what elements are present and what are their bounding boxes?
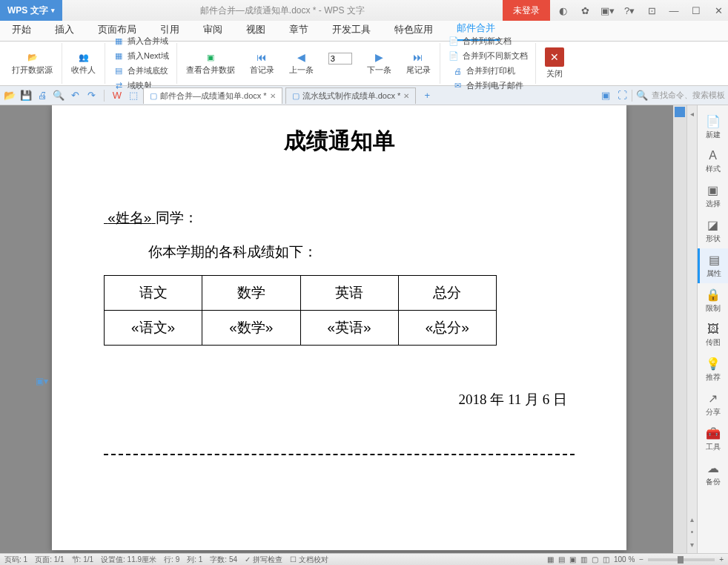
print-icon[interactable]: 🖨 — [36, 89, 49, 102]
doc-tab-right: ▣ ⛶ 🔍 查找命令、搜索模板 — [599, 89, 725, 102]
status-docproof[interactable]: ☐ 文档校对 — [290, 555, 328, 565]
side-new[interactable]: 📄新建 — [706, 110, 721, 145]
redo-icon[interactable]: ↷ — [85, 89, 98, 102]
view-mode-5-icon[interactable]: ▢ — [592, 555, 598, 564]
menu-devtools[interactable]: 开发工具 — [328, 19, 375, 41]
status-pages[interactable]: 页面: 1/1 — [35, 555, 64, 565]
status-col[interactable]: 列: 1 — [187, 555, 202, 565]
merge-diff-doc-button[interactable]: 📄合并到不同新文档 — [448, 50, 528, 62]
next-record-button[interactable]: ▶ 下一条 — [363, 44, 396, 82]
merge-email-button[interactable]: ✉合并到电子邮件 — [451, 80, 523, 92]
login-button[interactable]: 未登录 — [503, 0, 550, 21]
search-icon[interactable]: 🔍 — [635, 89, 649, 102]
merge-new-doc-button[interactable]: 📄合并到新文档 — [448, 36, 528, 47]
table-field: «总分» — [398, 311, 496, 346]
share-icon: ↗ — [708, 391, 718, 406]
status-spellcheck[interactable]: ✓ 拼写检查 — [245, 555, 282, 565]
add-tab-button[interactable]: + — [420, 89, 434, 102]
zoom-slider[interactable] — [648, 558, 715, 561]
side-image[interactable]: 🖼传图 — [706, 318, 721, 352]
undo-icon[interactable]: ↶ — [68, 89, 82, 102]
side-property[interactable]: ▤属性 — [698, 248, 728, 283]
app-logo[interactable]: WPS 文字 ▾ — [0, 0, 62, 21]
close-window-button[interactable]: ✕ — [709, 0, 728, 21]
recipients-button[interactable]: 👥 收件人 — [67, 44, 100, 82]
sync-icon[interactable]: ◐ — [553, 0, 572, 21]
zoom-in-button[interactable]: + — [719, 555, 724, 564]
maximize-button[interactable]: ☐ — [686, 0, 706, 21]
tools-icon: 🧰 — [706, 426, 721, 440]
insert-merge-field-button[interactable]: ▦插入合并域 — [113, 36, 169, 47]
vertical-scrollbar[interactable] — [673, 105, 686, 553]
open-datasource-button[interactable]: 📂 打开数据源 — [7, 44, 57, 82]
page-break-marker[interactable]: ▣▾ — [36, 376, 48, 386]
save-icon[interactable]: 💾 — [19, 89, 33, 102]
close-tab-icon[interactable]: ✕ — [270, 92, 276, 100]
side-style[interactable]: A样式 — [706, 145, 721, 179]
view-mode-1-icon[interactable]: ▦ — [547, 555, 554, 564]
wps-logo-icon[interactable]: W — [110, 89, 124, 102]
skin-icon[interactable]: ▣▾ — [598, 0, 617, 21]
view-mode-4-icon[interactable]: ▥ — [580, 555, 587, 564]
table-header: 英语 — [300, 276, 398, 311]
first-record-button[interactable]: ⏮ 首记录 — [245, 44, 279, 82]
preview-icon[interactable]: 🔍 — [52, 89, 65, 102]
side-select[interactable]: ▣选择 — [706, 179, 721, 214]
menu-special[interactable]: 特色应用 — [390, 19, 437, 41]
view-mode-6-icon[interactable]: ◫ — [603, 555, 609, 564]
status-section[interactable]: 节: 1/1 — [72, 555, 93, 565]
document-area[interactable]: 成绩通知单 «姓名» 同学： 你本学期的各科成绩如下： 语文 数学 英语 总分 … — [0, 105, 673, 553]
menu-chapter[interactable]: 章节 — [285, 19, 313, 41]
doc-tab-2[interactable]: ▢ 流水线式制作成绩单.docx * ✕ — [285, 87, 417, 104]
view-mode-2-icon[interactable]: ▤ — [558, 555, 565, 564]
doc-icon: 📄 — [448, 36, 460, 47]
gear-icon[interactable]: ✿ — [575, 0, 595, 21]
fullscreen-icon[interactable]: ⛶ — [615, 89, 629, 102]
side-share[interactable]: ↗分享 — [706, 387, 721, 422]
last-record-button[interactable]: ⏭ 尾记录 — [402, 44, 435, 82]
minimize-button[interactable]: — — [664, 0, 684, 21]
collapse-icon[interactable]: ◂ — [690, 110, 694, 118]
close-tab-icon[interactable]: ✕ — [403, 92, 409, 100]
select-icon: ▣ — [707, 183, 718, 197]
dot-icon[interactable]: • — [691, 528, 694, 536]
merge-printer-button[interactable]: 🖨合并到打印机 — [451, 65, 523, 77]
side-expand-bar[interactable]: ◂ ▴ • ▾ — [686, 105, 697, 553]
slider-knob[interactable] — [678, 556, 684, 564]
side-shape[interactable]: ◪形状 — [706, 214, 721, 248]
close-mailmerge-button[interactable]: ✕ 关闭 — [540, 44, 569, 82]
side-recommend[interactable]: 💡推荐 — [706, 352, 721, 387]
status-setvalue[interactable]: 设置值: 11.9厘米 — [101, 555, 156, 565]
status-page[interactable]: 页码: 1 — [4, 555, 27, 565]
ribbon-toggle-icon[interactable]: ⊡ — [642, 0, 661, 21]
doc-tab-1[interactable]: ▢ 邮件合并—成绩通知单.docx * ✕ — [143, 87, 282, 104]
email-icon: ✉ — [451, 80, 463, 92]
table-header: 总分 — [398, 276, 496, 311]
side-tools[interactable]: 🧰工具 — [706, 422, 721, 457]
property-icon: ▤ — [709, 253, 720, 267]
up-icon[interactable]: ▴ — [690, 515, 694, 523]
merge-field-shading-button[interactable]: ▤合并域底纹 — [113, 65, 168, 77]
status-row[interactable]: 行: 9 — [164, 555, 179, 565]
zoom-value[interactable]: 100 % — [614, 555, 635, 564]
view-mode-3-icon[interactable]: ▣ — [569, 555, 576, 564]
menu-review[interactable]: 审阅 — [199, 19, 227, 41]
side-restrict[interactable]: 🔒限制 — [706, 283, 721, 318]
status-chars[interactable]: 字数: 54 — [210, 555, 237, 565]
help-icon[interactable]: ?▾ — [620, 0, 639, 21]
cube-icon[interactable]: ⬚ — [127, 89, 140, 102]
prev-record-button[interactable]: ◀ 上一条 — [285, 44, 318, 82]
record-input[interactable] — [328, 53, 352, 65]
insert-next-field-button[interactable]: ▦插入Next域 — [113, 50, 169, 62]
menu-start[interactable]: 开始 — [7, 19, 36, 41]
menu-view[interactable]: 视图 — [242, 19, 270, 41]
side-backup[interactable]: ☁备份 — [706, 457, 721, 492]
open-icon[interactable]: 📂 — [3, 89, 16, 102]
zoom-out-button[interactable]: − — [639, 555, 643, 564]
menu-insert[interactable]: 插入 — [50, 19, 79, 41]
search-input[interactable]: 查找命令、搜索模板 — [652, 90, 725, 101]
view-merge-data-button[interactable]: ▣ 查看合并数据 — [182, 44, 239, 82]
down-icon[interactable]: ▾ — [690, 541, 694, 549]
quick-access-toolbar: 📂 💾 🖨 🔍 ↶ ↷ W ⬚ — [3, 89, 140, 102]
view-icon[interactable]: ▣ — [599, 89, 612, 102]
